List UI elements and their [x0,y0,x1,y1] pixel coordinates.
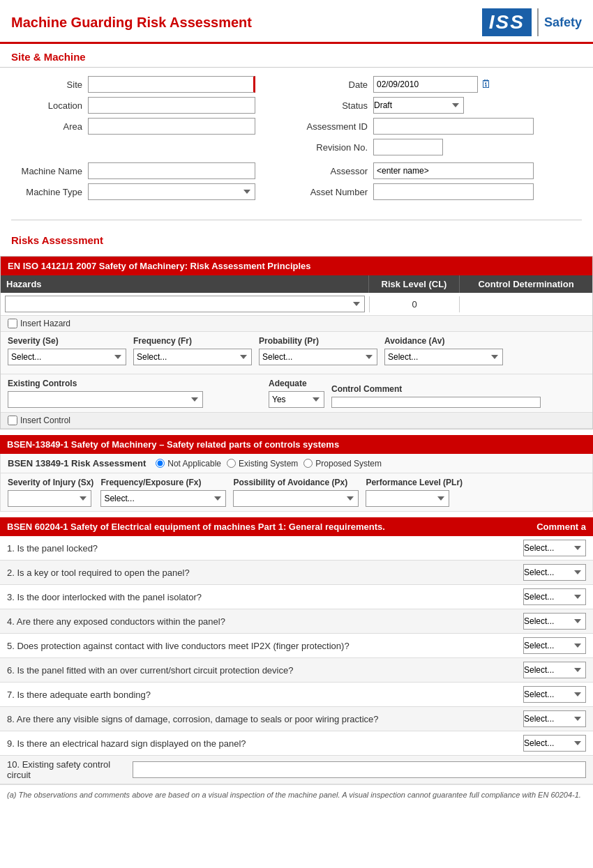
table-col-headers: Hazards Risk Level (CL) Control Determin… [1,275,592,293]
probability-select[interactable]: Select... [259,349,377,365]
date-label: Date [296,79,373,90]
adequate-select[interactable]: Yes No [269,391,324,408]
hazard-select[interactable] [5,296,365,312]
assessment-id-label: Assessment ID [296,121,373,132]
q-select-wrapper: Select... Yes No N/A [509,662,586,678]
existing-system-radio[interactable] [227,459,236,468]
area-input[interactable] [88,118,255,135]
question-text: 4. Are there any exposed conductors with… [7,616,509,627]
risk-value: 0 [412,299,416,310]
severity-form: Severity (Se) Select... Frequency (Fr) S… [1,332,592,374]
performance-col: Performance Level (PLr) [366,478,463,507]
location-label: Location [11,100,88,111]
question-row: 1. Is the panel locked? Select... Yes No… [0,536,593,561]
not-applicable-radio-group: Not Applicable [156,459,221,469]
frequency-select[interactable]: Select... [133,349,252,365]
area-label: Area [11,121,88,132]
question-text: 2. Is a key or tool required to open the… [7,568,509,578]
asset-number-label: Asset Number [296,187,373,197]
question-text: 6. Is the panel fitted with an over curr… [7,665,509,676]
bsen13849-severity-row: Severity of Injury (Sx) Frequency/Exposu… [0,473,593,512]
control-comment-input[interactable] [331,397,541,408]
existing-circuit-row: 10. Existing safety control circuit [0,756,593,784]
possibility-select[interactable] [233,490,359,507]
existing-circuit-label: 10. Existing safety control circuit [7,759,133,780]
question-select[interactable]: Select... Yes No N/A [523,564,586,581]
severity-select[interactable]: Select... [8,349,126,365]
bsen13849-ra-row: BSEN 13849-1 Risk Assessment Not Applica… [0,454,593,473]
freq-exposure-select[interactable]: Select... [100,490,226,507]
bsen13849-section: BSEN-13849-1 Safety of Machinery – Safet… [0,435,593,512]
assessment-id-input[interactable] [373,118,534,135]
performance-label: Performance Level (PLr) [366,478,463,487]
risks-section-title: Risks Assessment [0,227,593,250]
page-title: Machine Guarding Risk Assessment [11,15,252,31]
existing-circuit-input[interactable] [133,761,586,778]
question-select[interactable]: Select... Yes No N/A [523,710,586,727]
assessor-input[interactable] [373,162,534,179]
question-select[interactable]: Select... Yes No N/A [523,686,586,703]
avoidance-label: Avoidance (Av) [384,336,503,346]
machine-type-select[interactable] [88,183,255,200]
proposed-system-radio[interactable] [303,459,313,468]
site-machine-section-title: Site & Machine [0,44,593,68]
existing-controls-col: Existing Controls [8,379,262,408]
asset-number-input[interactable] [373,183,534,200]
bsen60204-header: BSEN 60204-1 Safety of Electrical equipm… [0,517,593,536]
location-input[interactable] [88,97,255,114]
col-control-header: Control Determination [460,275,592,293]
status-select[interactable]: Draft Final [373,97,464,114]
question-select[interactable]: Select... Yes No N/A [523,540,586,556]
possibility-col: Possibility of Avoidance (Px) [233,478,359,507]
question-select[interactable]: Select... Yes No N/A [523,735,586,752]
existing-system-radio-group: Existing System [227,459,298,469]
sev-injury-col: Severity of Injury (Sx) [8,478,93,507]
frequency-label: Frequency (Fr) [133,336,252,346]
insert-control-label: Insert Control [20,416,70,425]
existing-system-label: Existing System [239,459,298,469]
col-hazards-header: Hazards [1,275,369,293]
insert-control-checkbox[interactable] [8,416,17,425]
existing-controls-select[interactable] [8,391,203,408]
bsen13849-header: BSEN-13849-1 Safety of Machinery – Safet… [0,435,593,454]
question-select[interactable]: Select... Yes No N/A [523,662,586,678]
question-row: 3. Is the door interlocked with the pane… [0,585,593,609]
possibility-label: Possibility of Avoidance (Px) [233,478,359,487]
calendar-icon[interactable]: 🗓 [481,78,492,91]
revision-no-input[interactable] [373,139,443,155]
question-row: 4. Are there any exposed conductors with… [0,609,593,634]
question-text: 9. Is there an electrical hazard sign di… [7,738,509,749]
sev-injury-label: Severity of Injury (Sx) [8,478,93,487]
q-select-wrapper: Select... Yes No N/A [509,686,586,703]
not-applicable-radio[interactable] [156,459,165,468]
proposed-system-label: Proposed System [315,459,382,469]
q-select-wrapper: Select... Yes No N/A [509,637,586,654]
sev-injury-select[interactable] [8,490,91,507]
date-input[interactable] [373,76,478,93]
question-select[interactable]: Select... Yes No N/A [523,588,586,605]
iso-header: EN ISO 14121/1 2007 Safety of Machinery:… [1,257,592,275]
risk-level-cell: 0 [369,296,460,312]
page-header: Machine Guarding Risk Assessment ISS Saf… [0,0,593,44]
machine-name-input[interactable] [88,162,255,179]
bsen60204-header-text: BSEN 60204-1 Safety of Electrical equipm… [7,521,385,532]
hazard-row: 0 [1,293,592,316]
q-select-wrapper: Select... Yes No N/A [509,588,586,605]
site-input[interactable] [88,76,255,93]
question-text: 5. Does protection against contact with … [7,641,509,651]
insert-hazard-checkbox[interactable] [8,319,17,328]
avoidance-select[interactable]: Select... [384,349,503,365]
hazard-select-cell [1,293,369,315]
assessor-label: Assessor [296,166,373,176]
insert-hazard-label: Insert Hazard [20,319,70,328]
freq-exposure-col: Frequency/Exposure (Fx) Select... [100,478,226,507]
question-text: 3. Is the door interlocked with the pane… [7,592,509,602]
performance-select[interactable] [366,490,449,507]
status-label: Status [296,100,373,111]
machine-type-label: Machine Type [11,187,88,197]
question-select[interactable]: Select... Yes No N/A [523,613,586,630]
iso-table: EN ISO 14121/1 2007 Safety of Machinery:… [0,256,593,429]
question-select[interactable]: Select... Yes No N/A [523,637,586,654]
controls-row: Existing Controls Adequate Yes No Contro… [1,374,592,413]
question-row: 2. Is a key or tool required to open the… [0,561,593,585]
